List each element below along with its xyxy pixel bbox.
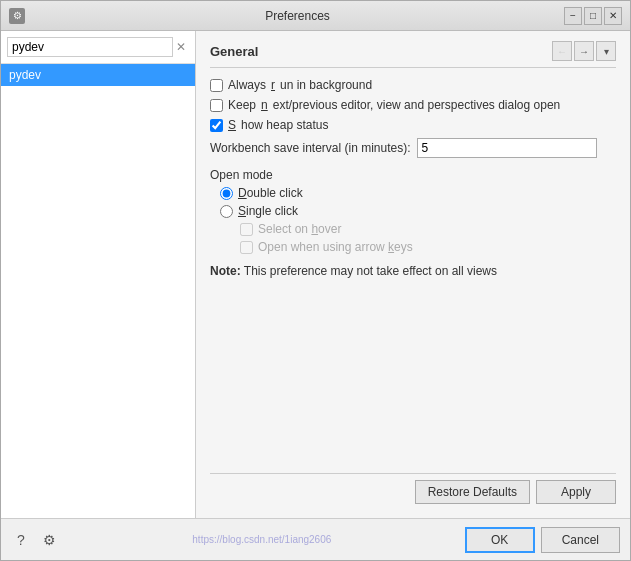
title-bar: ⚙ Preferences − □ ✕ (1, 1, 630, 31)
open-mode-section: Open mode Double click Single click Sele… (210, 168, 616, 254)
always-run-label[interactable]: Always run in background (210, 78, 372, 92)
nav-forward-button[interactable]: → (574, 41, 594, 61)
double-click-label[interactable]: Double click (238, 186, 303, 200)
select-hover-checkbox[interactable] (240, 223, 253, 236)
footer-left: ? ⚙ (11, 530, 59, 550)
save-interval-row: Workbench save interval (in minutes): (210, 138, 616, 158)
single-click-row: Single click (210, 204, 616, 218)
single-click-label[interactable]: Single click (238, 204, 298, 218)
always-run-row: Always run in background (210, 78, 616, 92)
settings-icon[interactable]: ⚙ (39, 530, 59, 550)
content-area: ✕ pydev General ← → ▾ A (1, 31, 630, 518)
sidebar-item-pydev[interactable]: pydev (1, 64, 195, 86)
close-button[interactable]: ✕ (604, 7, 622, 25)
open-arrow-label: Open when using arrow keys (258, 240, 413, 254)
double-click-row: Double click (210, 186, 616, 200)
watermark: https://blog.csdn.net/1iang2606 (192, 534, 331, 545)
note-label: Note: (210, 264, 241, 278)
main-header: General ← → ▾ (210, 41, 616, 68)
note-text: This preference may not take effect on a… (244, 264, 497, 278)
open-arrow-checkbox[interactable] (240, 241, 253, 254)
section-buttons: Restore Defaults Apply (210, 473, 616, 508)
options-section: Always run in background Keep next/previ… (210, 78, 616, 473)
open-mode-label: Open mode (210, 168, 616, 182)
open-arrow-row: Open when using arrow keys (210, 240, 616, 254)
section-title: General (210, 44, 258, 59)
keep-editor-checkbox[interactable] (210, 99, 223, 112)
ok-button[interactable]: OK (465, 527, 535, 553)
save-interval-input[interactable] (417, 138, 597, 158)
search-clear-icon[interactable]: ✕ (173, 40, 189, 54)
main-panel: General ← → ▾ Always run in background (196, 31, 630, 518)
nav-buttons: ← → ▾ (552, 41, 616, 61)
minimize-button[interactable]: − (564, 7, 582, 25)
preferences-window: ⚙ Preferences − □ ✕ ✕ pydev General ← (0, 0, 631, 561)
window-icon: ⚙ (9, 8, 25, 24)
restore-defaults-button[interactable]: Restore Defaults (415, 480, 530, 504)
help-icon[interactable]: ? (11, 530, 31, 550)
select-hover-label: Select on hover (258, 222, 341, 236)
double-click-radio[interactable] (220, 187, 233, 200)
show-heap-checkbox[interactable] (210, 119, 223, 132)
single-click-radio[interactable] (220, 205, 233, 218)
save-interval-label: Workbench save interval (in minutes): (210, 141, 411, 155)
always-run-checkbox[interactable] (210, 79, 223, 92)
window-controls: − □ ✕ (564, 7, 622, 25)
maximize-button[interactable]: □ (584, 7, 602, 25)
sidebar-search-input[interactable] (7, 37, 173, 57)
nav-back-button[interactable]: ← (552, 41, 572, 61)
keep-editor-row: Keep next/previous editor, view and pers… (210, 98, 616, 112)
footer: ? ⚙ https://blog.csdn.net/1iang2606 OK C… (1, 518, 630, 560)
nav-dropdown-button[interactable]: ▾ (596, 41, 616, 61)
cancel-button[interactable]: Cancel (541, 527, 620, 553)
footer-right: OK Cancel (465, 527, 620, 553)
sidebar-search-container: ✕ (1, 31, 195, 64)
note-row: Note: This preference may not take effec… (210, 264, 616, 278)
sidebar: ✕ pydev (1, 31, 196, 518)
keep-editor-label[interactable]: Keep next/previous editor, view and pers… (210, 98, 560, 112)
select-hover-row: Select on hover (210, 222, 616, 236)
apply-button[interactable]: Apply (536, 480, 616, 504)
window-title: Preferences (31, 9, 564, 23)
show-heap-label[interactable]: Show heap status (210, 118, 328, 132)
show-heap-row: Show heap status (210, 118, 616, 132)
